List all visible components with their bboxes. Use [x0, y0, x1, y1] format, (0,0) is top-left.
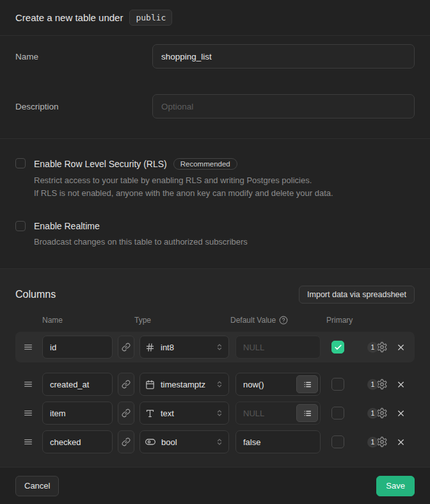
settings-count-badge: 1 [367, 408, 378, 419]
column-name-input[interactable] [42, 430, 113, 453]
schema-badge: public [129, 10, 172, 26]
default-value-cell [235, 430, 321, 453]
drag-handle-icon[interactable] [23, 342, 42, 352]
column-type-label: text [161, 409, 216, 418]
header-name: Name [42, 316, 113, 325]
column-type-select[interactable]: bool [139, 430, 229, 453]
close-icon [396, 437, 406, 447]
column-row: bool1 [15, 430, 415, 454]
help-circle-icon[interactable] [279, 316, 288, 325]
name-label: Name [15, 52, 152, 61]
description-label: Description [15, 102, 152, 111]
drag-handle-icon[interactable] [23, 379, 42, 389]
settings-count-badge: 1 [367, 379, 378, 390]
rls-description-line: If RLS is not enabled, anyone with the a… [34, 187, 333, 200]
column-settings-button[interactable]: 1 [367, 436, 388, 448]
close-icon [396, 343, 406, 352]
rls-checkbox[interactable] [15, 158, 26, 168]
link-icon [122, 409, 131, 418]
link-icon [122, 380, 131, 389]
header-default-value: Default Value [230, 316, 315, 325]
column-name-input[interactable] [42, 402, 113, 425]
default-value-cell [235, 373, 321, 396]
rls-label: Enable Row Level Security (RLS) [34, 159, 167, 169]
suggestion-list-button[interactable] [296, 404, 318, 422]
primary-checkbox[interactable] [331, 378, 344, 391]
options-section: Enable Row Level Security (RLS) Recommen… [0, 139, 430, 269]
recommended-badge: Recommended [173, 158, 237, 170]
remove-column-button[interactable] [396, 380, 406, 389]
columns-header-row: Name Type Default Value Primary [15, 314, 415, 326]
realtime-checkbox[interactable] [15, 221, 26, 231]
link-icon [122, 343, 131, 352]
panel-footer: Cancel Save [0, 467, 430, 504]
drag-handle-icon[interactable] [23, 408, 42, 418]
close-icon [396, 380, 406, 389]
foreign-key-link-button[interactable] [118, 336, 134, 359]
table-name-input[interactable] [152, 44, 415, 69]
list-icon [303, 409, 312, 418]
realtime-description-line: Broadcast changes on this table to autho… [34, 236, 248, 248]
column-name-input[interactable] [42, 336, 113, 359]
column-type-label: int8 [161, 343, 216, 352]
column-settings-button[interactable]: 1 [367, 341, 388, 353]
column-type-label: bool [161, 437, 216, 447]
rls-description-line: Restrict access to your table by enablin… [34, 174, 333, 187]
chevrons-updown-icon [216, 409, 223, 417]
hash-icon [145, 343, 155, 352]
table-description-input[interactable] [152, 94, 415, 118]
column-type-select[interactable]: text [139, 402, 229, 425]
realtime-toggle-item: Enable Realtime Broadcast changes on thi… [15, 221, 415, 248]
import-spreadsheet-button[interactable]: Import data via spreadsheet [299, 286, 415, 304]
calendar-icon [145, 380, 155, 389]
link-icon [122, 437, 131, 446]
columns-title: Columns [15, 289, 56, 300]
panel-title: Create a new table under [15, 12, 123, 23]
chevrons-updown-icon [216, 343, 223, 351]
toggle-icon [145, 437, 155, 447]
panel-header: Create a new table under public [0, 0, 430, 36]
column-row: timestamptz1 [15, 372, 415, 396]
foreign-key-link-button[interactable] [118, 373, 134, 396]
column-row: text1 [15, 401, 415, 425]
column-settings-button[interactable]: 1 [367, 378, 388, 390]
rls-toggle-item: Enable Row Level Security (RLS) Recommen… [15, 158, 415, 200]
remove-column-button[interactable] [396, 343, 406, 352]
foreign-key-link-button[interactable] [118, 402, 134, 425]
chevrons-updown-icon [216, 380, 223, 388]
general-fields-section: Name Description [0, 36, 430, 139]
primary-checkbox[interactable] [331, 407, 344, 419]
column-type-label: timestamptz [161, 380, 216, 389]
suggestion-list-button[interactable] [296, 375, 318, 393]
column-settings-button[interactable]: 1 [367, 407, 388, 419]
list-icon [303, 380, 312, 389]
column-type-select[interactable]: timestamptz [139, 373, 229, 396]
create-table-panel: Create a new table under public Name Des… [0, 0, 430, 504]
close-icon [396, 409, 406, 418]
chevrons-updown-icon [216, 438, 223, 446]
cancel-button[interactable]: Cancel [15, 476, 59, 496]
header-type: Type [134, 316, 224, 325]
column-row: int81 [15, 332, 415, 362]
remove-column-button[interactable] [396, 437, 406, 447]
default-value-input[interactable] [235, 336, 321, 359]
settings-count-badge: 1 [367, 342, 378, 353]
text-icon [145, 409, 155, 418]
primary-checkbox[interactable] [331, 341, 344, 354]
column-name-input[interactable] [42, 373, 113, 396]
realtime-label: Enable Realtime [34, 221, 100, 231]
header-primary: Primary [326, 316, 353, 325]
default-value-cell [235, 336, 321, 359]
foreign-key-link-button[interactable] [118, 430, 134, 453]
default-value-cell [235, 402, 321, 425]
column-type-select[interactable]: int8 [139, 336, 229, 359]
remove-column-button[interactable] [396, 409, 406, 418]
settings-count-badge: 1 [367, 437, 378, 448]
columns-section: Columns Import data via spreadsheet Name… [0, 269, 430, 467]
save-button[interactable]: Save [376, 476, 415, 496]
primary-checkbox[interactable] [331, 435, 344, 448]
default-value-input[interactable] [235, 430, 321, 453]
drag-handle-icon[interactable] [23, 437, 42, 447]
column-rows: int81timestamptz1text1bool1 [0, 332, 430, 454]
